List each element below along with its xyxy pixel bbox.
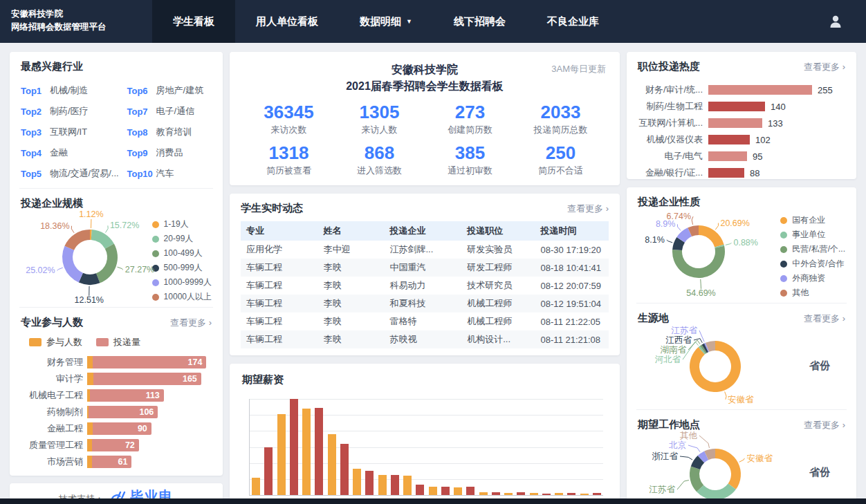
pie-slice-国有企业 — [699, 225, 724, 248]
salary-card: 期望薪资 30006000900012000150001800021000240… — [230, 364, 620, 504]
salary-bar — [378, 475, 387, 495]
legend-swatch — [96, 338, 109, 346]
heat-value-label: 88 — [750, 168, 759, 178]
pie-label-leader — [715, 223, 718, 230]
stat-cell: 36345来访次数 — [243, 102, 334, 136]
legend-item[interactable]: 投递量 — [96, 336, 140, 348]
legend-item[interactable]: 中外合资/合作 — [780, 256, 845, 271]
pie-label: 江苏省 — [672, 326, 698, 335]
pie-label: 江西省 — [666, 335, 692, 345]
pie-label: 18.36% — [40, 221, 69, 231]
work-location-side-label: 省份 — [809, 466, 830, 479]
pie-label: 江苏省 — [650, 485, 676, 494]
heat-bar-row: 机械/仪器仪表102 — [638, 131, 845, 148]
legend-label: 100-499人 — [164, 248, 203, 259]
tab-student-dashboard[interactable]: 学生看板 — [152, 0, 235, 43]
chevron-right-icon: › — [606, 203, 609, 214]
applications-bar-segment: 165 — [93, 373, 201, 385]
left-panel-card: 最感兴趣行业 Top1机械/制造Top2制药/医疗Top3互联网/ITTop4金… — [10, 52, 223, 476]
interest-label: 电子/通信 — [156, 105, 195, 118]
legend-label: 500-999人 — [164, 262, 203, 274]
table-header-cell: 投递企业 — [384, 221, 461, 241]
legend-item[interactable]: 外商独资 — [780, 271, 845, 286]
pie-label: 27.27% — [125, 265, 154, 274]
legend-item[interactable]: 其他 — [780, 286, 845, 300]
table-cell: 江苏剑牌... — [384, 241, 461, 259]
participation-bar-segment — [87, 456, 92, 468]
major-bar-track: 90 — [87, 422, 212, 435]
interest-item: Top4金融 — [21, 144, 127, 162]
position-heat-chart: 财务/审计/统...255制药/生物工程140互联网/计算机...133机械/仪… — [638, 82, 845, 181]
heat-bar — [708, 85, 812, 95]
salary-bar-slot — [490, 399, 502, 495]
interest-label: 互联网/IT — [50, 126, 87, 138]
heat-bar — [708, 135, 750, 144]
applications-bar-segment: 113 — [90, 389, 164, 402]
user-icon[interactable] — [827, 13, 844, 30]
pie-label: 20.69% — [720, 218, 749, 228]
heat-bar-row: 制药/生物工程140 — [638, 98, 845, 115]
interest-rank: Top10 — [127, 169, 156, 179]
interest-item: Top1机械/制造 — [21, 82, 127, 100]
origin-more-link[interactable]: 查看更多 › — [804, 312, 845, 325]
pie-label: 其他 — [680, 431, 698, 440]
stat-label: 简历不合适 — [515, 165, 606, 177]
salary-bar-slot — [250, 399, 262, 495]
interest-label: 汽车 — [156, 167, 174, 180]
table-cell: 08-12 20:07:59 — [535, 277, 609, 295]
major-bar-row: 药物制剂106 — [21, 404, 212, 420]
stat-label: 来访人数 — [334, 124, 425, 136]
table-header-cell: 姓名 — [318, 221, 385, 241]
legend-item[interactable]: 民营/私营/个... — [780, 242, 845, 256]
major-participation-more-link[interactable]: 查看更多 › — [170, 317, 212, 329]
interest-rank: Top6 — [127, 86, 156, 96]
stat-value: 1305 — [334, 102, 425, 123]
pie-slice-民营/私营/个... — [672, 246, 725, 278]
interest-item: Top10汽车 — [127, 165, 212, 183]
heat-bar — [708, 151, 747, 161]
salary-bar — [517, 492, 525, 495]
tab-data-details[interactable]: 数据明细▼ — [339, 0, 433, 43]
major-bar-track: 165 — [87, 373, 212, 385]
legend-item[interactable]: 参与人数 — [29, 336, 82, 348]
major-participation-title: 专业参与人数 — [21, 316, 83, 329]
tab-bad-company-db[interactable]: 不良企业库 — [526, 0, 620, 43]
participation-bar-segment — [87, 422, 93, 435]
table-cell: 08-12 19:51:04 — [535, 295, 609, 312]
origin-donut: 安徽省河北省湖南省江西省江苏省 — [638, 326, 798, 404]
table-row: 车辆工程李映苏映视机构设计...08-11 21:21:08 — [241, 330, 609, 348]
work-location-more-link[interactable]: 查看更多 › — [804, 419, 845, 431]
table-cell: 车辆工程 — [241, 259, 318, 277]
overview-card: 安徽科技学院 2021届春季招聘会学生数据看板 3AM每日更新 36345来访次… — [230, 52, 620, 185]
salary-bar — [277, 414, 286, 495]
origin-title: 生源地 — [638, 312, 669, 325]
chevron-right-icon: › — [842, 62, 845, 72]
salary-bar-slot — [363, 399, 376, 495]
pie-label-leader — [105, 225, 108, 232]
activity-card: 学生实时动态 查看更多 › 专业姓名投递企业投递职位投递时间 应用化学李中迎江苏… — [230, 194, 620, 355]
table-row: 车辆工程李映科易动力技术研究员08-12 20:07:59 — [241, 277, 609, 295]
table-row: 应用化学李中迎江苏剑牌...研发实验员08-30 17:19:20 — [241, 241, 609, 259]
pie-label: 1.12% — [79, 209, 103, 219]
nav-right — [827, 0, 866, 43]
salary-bar-slot — [427, 399, 439, 495]
tab-employer-dashboard[interactable]: 用人单位看板 — [235, 0, 339, 43]
chevron-right-icon: › — [842, 313, 845, 324]
salary-bar-slot — [578, 399, 591, 495]
interest-grid: Top1机械/制造Top2制药/医疗Top3互联网/ITTop4金融Top5物流… — [21, 82, 212, 183]
table-header-row: 专业姓名投递企业投递职位投递时间 — [241, 221, 609, 241]
salary-bar-slot — [389, 399, 401, 495]
major-bar-track: 113 — [87, 389, 212, 402]
legend-item[interactable]: 事业单位 — [780, 227, 845, 242]
stats-grid: 36345来访次数1305来访人数273创建简历数2033投递简历总数1318简… — [243, 102, 606, 177]
salary-title: 期望薪资 — [242, 373, 607, 386]
interest-item: Top5物流/交通/贸易/... — [21, 165, 127, 183]
section-interest: 最感兴趣行业 Top1机械/制造Top2制药/医疗Top3互联网/ITTop4金… — [10, 52, 223, 188]
position-heat-more-link[interactable]: 查看更多 › — [804, 61, 845, 73]
table-cell: 车辆工程 — [241, 295, 318, 312]
tab-offline-job-fair[interactable]: 线下招聘会 — [433, 0, 526, 43]
activity-more-link[interactable]: 查看更多 › — [567, 203, 609, 215]
major-bar-track: 61 — [87, 456, 212, 468]
legend-item[interactable]: 国有企业 — [780, 213, 845, 227]
major-bar-row: 质量管理工程72 — [21, 437, 212, 454]
